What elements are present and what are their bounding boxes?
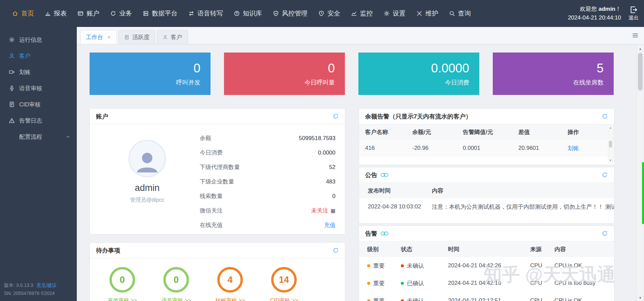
status-dot <box>401 282 404 285</box>
avatar-person-icon <box>133 147 162 176</box>
left-column: 账户 <box>90 108 345 301</box>
panel-title: 待办事项 <box>96 246 120 255</box>
tab-label: 工作台 <box>86 33 103 41</box>
todo-item-voice-review: 0 语音审核 >> <box>160 267 192 301</box>
business-cycle-icon <box>110 10 116 16</box>
todo-link[interactable]: 转账审核 >> <box>215 297 245 301</box>
nav-item-query[interactable]: 查询 <box>444 0 476 27</box>
tab-workbench[interactable]: 工作台 <box>80 30 117 44</box>
sidebar-item-label: 配置流程 <box>19 133 42 141</box>
todo-link[interactable]: 充值审核 >> <box>107 297 137 301</box>
refresh-icon[interactable] <box>332 247 339 254</box>
table-scrollbar[interactable]: ▲ ▼ <box>608 125 613 163</box>
nav-item-settings[interactable]: 设置 <box>378 0 411 27</box>
nav-item-data-platform[interactable]: 数据平台 <box>137 0 183 27</box>
home-icon <box>12 10 18 16</box>
scroll-thumb[interactable] <box>638 53 643 91</box>
todo-link[interactable]: CID审核 >> <box>270 297 298 301</box>
logout-button[interactable]: 退出 <box>629 6 639 21</box>
level-dot <box>367 299 370 301</box>
sidebar-item-customers[interactable]: 客户 <box>0 48 77 64</box>
tab-customers[interactable]: 客户 <box>157 30 188 44</box>
close-icon[interactable] <box>107 35 111 39</box>
refresh-icon[interactable] <box>332 113 339 120</box>
scroll-up-arrow[interactable]: ▲ <box>609 126 612 129</box>
qrcode-icon[interactable]: ▦ <box>331 208 335 214</box>
stat-card-online-agents: 5 在线坐席数 <box>493 53 614 95</box>
nav-item-accounts[interactable]: 账户 <box>72 0 105 27</box>
customer-name: 416 <box>359 145 412 152</box>
serial-text: SN: 2055476978 ©2024 <box>4 290 57 298</box>
todo-link[interactable]: 语音审核 >> <box>161 297 191 301</box>
transfer-action-link[interactable]: 划账 <box>568 145 579 152</box>
link-chain-icon[interactable] <box>381 173 388 177</box>
nav-item-reports[interactable]: 报表 <box>39 0 72 27</box>
nav-item-knowledge-base[interactable]: 知识库 <box>228 0 267 27</box>
nav-label: 查询 <box>458 9 471 18</box>
feedback-link[interactable]: 意见/建议 <box>36 282 57 288</box>
cid-review-doc-icon <box>9 101 15 107</box>
stat-label: 在线坐席数 <box>573 78 604 87</box>
link-chain-icon[interactable] <box>381 231 388 236</box>
settings-gear-icon <box>384 10 390 16</box>
status-dot <box>401 299 404 301</box>
sidebar-item-run-info[interactable]: 运行信息 <box>0 32 77 48</box>
username: admin <box>599 6 615 12</box>
nav-item-maintenance[interactable]: 维护 <box>411 0 444 27</box>
account-detail-rows: 余额 5099518.7593 今日消费 0.0000 下级代理商数量 <box>200 130 335 232</box>
nav-label: 知识库 <box>243 9 262 18</box>
scroll-up-arrow[interactable]: ▲ <box>637 45 644 52</box>
nav-label: 语音转写 <box>197 9 223 18</box>
balance-value: 5099518.7593 <box>299 135 335 142</box>
top-navbar: 首页 报表 账户 业务 数据平台 语音转写 知识库 风控管理 <box>0 0 644 27</box>
sidebar-item-transfer[interactable]: 划账 <box>0 64 77 80</box>
scroll-thumb[interactable] <box>609 141 612 147</box>
sidebar-item-label: 运行信息 <box>19 36 42 44</box>
alarm-level: 重要 <box>373 279 385 287</box>
table-row: 2022-04-28 10:03:02 注意：本机为公共测试机器，仅用于内部测试… <box>359 198 614 215</box>
sidebar-item-cid-review[interactable]: CID审核 <box>0 96 77 112</box>
data-platform-icon <box>143 10 149 16</box>
nav-label: 维护 <box>425 9 438 18</box>
alarm-panel: 告警 级别 状态 时间 来源 内容 <box>359 226 614 301</box>
app-root: 首页 报表 账户 业务 数据平台 语音转写 知识库 风控管理 <box>0 0 644 301</box>
level-dot <box>367 282 370 285</box>
nav-item-home[interactable]: 首页 <box>7 0 39 27</box>
sidebar-item-config-flow[interactable]: 配置流程 <box>0 129 77 145</box>
alarm-source: CPU <box>530 262 554 269</box>
refresh-icon[interactable] <box>602 172 608 178</box>
sidebar-item-label: 语音审核 <box>19 85 42 92</box>
right-column: 余额告警（只显示7天内有流水的客户） 客户名称 余额/元 告警阈值/元 差值 操… <box>359 108 614 301</box>
nav-item-monitor[interactable]: 监控 <box>346 0 378 27</box>
todo-item-transfer-review: 4 转账审核 >> <box>214 267 246 301</box>
nav-item-risk-control[interactable]: 风控管理 <box>267 0 313 27</box>
tab-list-icon[interactable] <box>632 32 639 39</box>
scroll-down-arrow[interactable]: ▼ <box>609 159 612 162</box>
table-header: 发布时间 内容 <box>359 183 614 198</box>
nav-item-security[interactable]: 安全 <box>313 0 346 27</box>
refresh-icon[interactable] <box>602 113 608 120</box>
refresh-icon[interactable] <box>602 230 608 237</box>
sidebar: 运行信息 客户 划账 语音审核 CID审核 告警日志 <box>0 27 77 301</box>
scroll-down-arrow[interactable]: ▼ <box>637 294 644 301</box>
sidebar-item-label: CID审核 <box>19 101 40 108</box>
recharge-link[interactable]: 充值 <box>324 221 335 229</box>
tab-activity[interactable]: 活跃度 <box>119 30 155 44</box>
sidebar-footer: 版本: 3.0.13.3意见/建议 SN: 2055476978 ©2024 <box>4 281 57 298</box>
sidebar-item-label: 告警日志 <box>19 117 42 125</box>
stat-label: 今日呼叫量 <box>304 78 335 87</box>
sidebar-item-alarm-log[interactable]: 告警日志 <box>0 112 77 129</box>
nav-item-voice-transcribe[interactable]: 语音转写 <box>183 0 228 27</box>
stat-card-today-calls: 0 今日呼叫量 <box>224 53 345 95</box>
stat-value: 0 <box>193 61 200 75</box>
account-row-wechat: 微信关注 未关注▦ <box>200 203 335 218</box>
wechat-status: 未关注 <box>311 207 328 214</box>
todo-count-ring: 14 <box>271 267 297 293</box>
alarm-level: 重要 <box>373 297 385 301</box>
announcement-panel: 公告 发布时间 内容 2022-04-28 10:03:02 注意：本机为公共测… <box>359 167 614 224</box>
nav-label: 数据平台 <box>152 9 178 18</box>
nav-item-business[interactable]: 业务 <box>105 0 137 27</box>
voice-review-mic-icon <box>9 85 15 91</box>
sidebar-item-voice-review[interactable]: 语音审核 <box>0 80 77 96</box>
nav-label: 监控 <box>360 9 373 18</box>
